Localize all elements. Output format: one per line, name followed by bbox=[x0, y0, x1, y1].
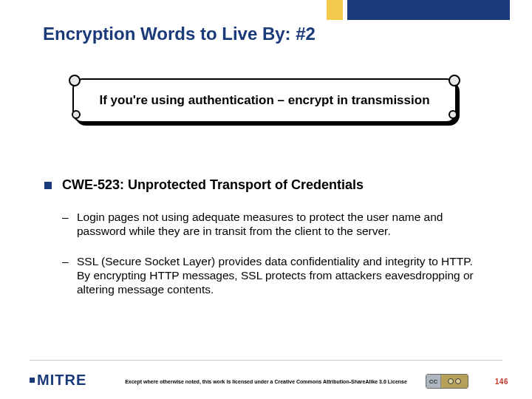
logo-square-icon bbox=[30, 378, 35, 383]
accent-stripe-yellow bbox=[327, 0, 343, 20]
cc-badge-icon: CC bbox=[426, 374, 468, 389]
page-number: 146 bbox=[495, 378, 508, 386]
square-bullet-icon bbox=[44, 182, 52, 189]
scroll-ornament-icon bbox=[449, 110, 457, 119]
cc-icons bbox=[441, 375, 468, 388]
slide: Encryption Words to Live By: #2 If you'r… bbox=[0, 0, 532, 399]
dash-bullet-icon: – bbox=[62, 255, 69, 269]
mitre-logo: MITRE bbox=[30, 372, 86, 389]
cc-by-icon bbox=[448, 378, 454, 384]
license-text: Except where otherwise noted, this work … bbox=[125, 379, 407, 384]
accent-stripe-blue bbox=[347, 0, 510, 20]
slide-title: Encryption Words to Live By: #2 bbox=[43, 24, 316, 44]
body-content: CWE-523: Unprotected Transport of Creden… bbox=[44, 177, 488, 313]
bullet-level2: – SSL (Secure Socket Layer) provides dat… bbox=[44, 255, 488, 297]
bullet-sub-text: SSL (Secure Socket Layer) provides data … bbox=[77, 255, 474, 296]
footer-divider bbox=[30, 360, 502, 361]
callout-scroll: If you're using authentication – encrypt… bbox=[72, 78, 460, 130]
callout-text: If you're using authentication – encrypt… bbox=[99, 93, 429, 108]
bullet-level1: CWE-523: Unprotected Transport of Creden… bbox=[44, 177, 488, 193]
dash-bullet-icon: – bbox=[62, 211, 69, 225]
bullet-level2: – Login pages not using adequate measure… bbox=[44, 211, 488, 239]
bullet-heading: CWE-523: Unprotected Transport of Creden… bbox=[62, 177, 364, 192]
cc-label: CC bbox=[426, 375, 441, 388]
scroll-ornament-icon bbox=[72, 110, 81, 119]
callout-box: If you're using authentication – encrypt… bbox=[72, 78, 457, 123]
bullet-sub-text: Login pages not using adequate measures … bbox=[77, 211, 443, 237]
cc-sa-icon bbox=[455, 378, 461, 384]
logo-text: MITRE bbox=[37, 372, 86, 388]
